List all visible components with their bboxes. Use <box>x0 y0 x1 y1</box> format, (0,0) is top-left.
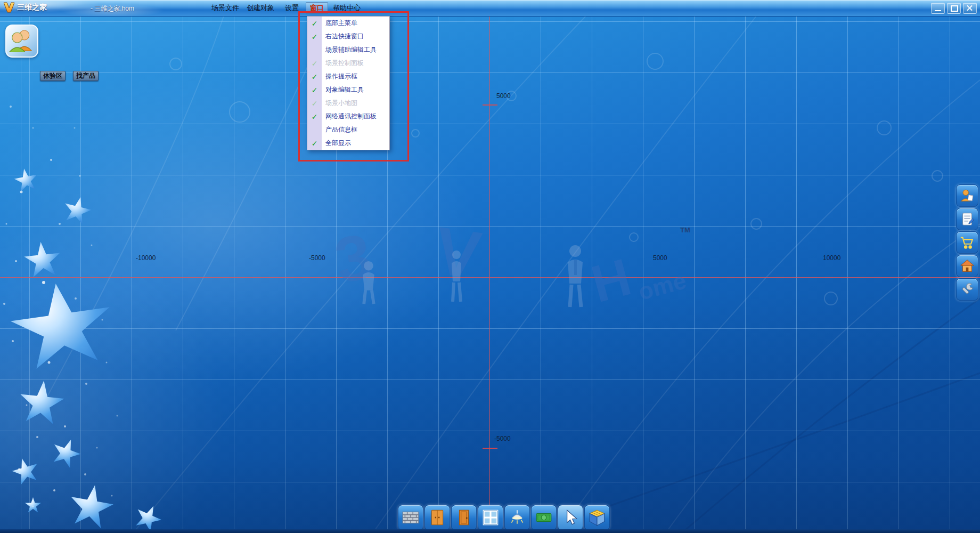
axis-tick <box>483 448 497 449</box>
customer-icon <box>959 188 975 204</box>
checkmark-icon: ✓ <box>307 33 322 41</box>
watermark-ome: ome <box>635 267 689 305</box>
title-bar: 三维之家 - 三维之家.hom 场景文件 创建对象 设置 窗口 帮助中心 <box>0 0 980 17</box>
minimize-button[interactable] <box>931 3 945 14</box>
menu-item-label: 场景控制面板 <box>322 59 364 68</box>
window-menu-item[interactable]: ✓ 对象编辑工具 <box>307 83 389 96</box>
checkmark-icon: ✓ <box>307 72 322 81</box>
app-window: -10000 -5000 5000 10000 5000 -5000 3 V H… <box>0 0 980 533</box>
x-axis-label: -5000 <box>309 254 325 262</box>
home-button[interactable] <box>956 255 978 277</box>
door-icon <box>455 508 473 527</box>
3d-cube-icon <box>588 508 606 527</box>
money-icon <box>535 508 553 527</box>
app-title: 三维之家 <box>17 3 47 12</box>
cursor-icon <box>561 508 579 527</box>
window-tool-button[interactable] <box>478 505 503 530</box>
decorative-star <box>64 480 118 533</box>
background-shade <box>0 0 980 533</box>
window-menu-item[interactable]: 场景辅助编辑工具 <box>307 43 389 56</box>
x-axis-line <box>0 277 980 278</box>
window-icon <box>481 508 500 527</box>
x-axis-label: 5000 <box>653 254 667 262</box>
checkmark-icon: ✓ <box>307 19 322 28</box>
x-axis-label: -10000 <box>136 254 156 262</box>
menu-help-center[interactable]: 帮助中心 <box>330 3 363 13</box>
menu-item-label: 场景辅助编辑工具 <box>322 45 377 54</box>
watermark-figure <box>358 260 379 307</box>
customer-button[interactable] <box>956 184 978 207</box>
window-menu-item[interactable]: ✓ 网络通讯控制面板 <box>307 110 389 123</box>
menu-scene-file[interactable]: 场景文件 <box>209 3 242 13</box>
menu-create-object[interactable]: 创建对象 <box>244 3 277 13</box>
app-logo-icon <box>3 2 15 13</box>
menu-item-label: 底部主菜单 <box>322 19 357 28</box>
document-button[interactable] <box>956 208 978 230</box>
decorative-star <box>21 239 63 281</box>
money-tool-button[interactable] <box>531 505 557 530</box>
document-icon <box>959 211 975 227</box>
menu-item-label: 对象编辑工具 <box>322 85 364 94</box>
decorative-star <box>12 166 40 194</box>
watermark-figure <box>562 244 588 309</box>
x-axis-label: 10000 <box>823 254 840 262</box>
tab-find-product[interactable]: 找产品 <box>73 71 99 81</box>
window-menu-item[interactable]: ✓ 底部主菜单 <box>307 17 389 30</box>
y-axis-label: 5000 <box>496 92 511 100</box>
wall-tool-button[interactable] <box>398 505 423 530</box>
window-dropdown-menu: ✓ 底部主菜单 ✓ 右边快捷窗口 场景辅助编辑工具 ✓ 场景控制面板 ✓ 操作提… <box>307 16 390 150</box>
cabinet-tool-button[interactable] <box>424 505 450 530</box>
watermark-h: H <box>585 247 638 314</box>
y-axis-label: -5000 <box>494 435 511 442</box>
checkmark-icon: ✓ <box>307 139 322 148</box>
checkmark-icon: ✓ <box>307 99 322 108</box>
tab-experience-zone[interactable]: 体验区 <box>40 71 66 81</box>
cart-icon <box>959 235 975 251</box>
decorative-star <box>16 377 68 429</box>
file-title: - 三维之家.hom <box>91 4 134 13</box>
scene-grid <box>0 16 980 533</box>
users-icon <box>6 26 35 54</box>
pointer-tool-button[interactable] <box>558 505 583 530</box>
menu-item-label: 场景小地图 <box>322 99 357 108</box>
cube-tool-button[interactable] <box>584 505 610 530</box>
window-menu-item: ✓ 场景控制面板 <box>307 56 389 70</box>
wrench-icon <box>959 281 975 297</box>
menu-item-label: 产品信息框 <box>322 125 357 134</box>
window-menu-item[interactable]: ✓ 右边快捷窗口 <box>307 30 389 43</box>
decorative-star <box>24 497 42 514</box>
watermark-v: V <box>430 212 485 294</box>
background-swooshes <box>0 0 980 533</box>
watermark-tm: TM <box>680 226 690 234</box>
window-menu-item[interactable]: ✓ 操作提示框 <box>307 70 389 83</box>
menu-item-label: 操作提示框 <box>322 72 357 81</box>
window-menu-item[interactable]: ✓ 全部显示 <box>307 136 389 150</box>
ceiling-light-icon <box>508 508 526 527</box>
decorative-star <box>47 434 85 472</box>
menu-settings[interactable]: 设置 <box>281 3 303 13</box>
home-icon <box>959 258 975 274</box>
menu-window[interactable]: 窗口 <box>306 2 328 14</box>
close-button[interactable] <box>963 3 977 14</box>
decorative-star <box>60 193 94 228</box>
tools-button[interactable] <box>956 278 978 301</box>
checkmark-icon: ✓ <box>307 112 322 121</box>
bottom-window-border <box>0 529 980 533</box>
door-tool-button[interactable] <box>451 505 477 530</box>
cart-button[interactable] <box>956 231 978 254</box>
axis-tick <box>483 104 497 106</box>
maximize-button[interactable] <box>947 3 961 14</box>
menu-item-label: 网络通讯控制面板 <box>322 112 377 121</box>
decorative-star <box>9 454 43 488</box>
menu-item-label: 右边快捷窗口 <box>322 32 364 41</box>
cabinet-icon <box>428 508 446 527</box>
menu-item-label: 全部显示 <box>322 139 351 148</box>
window-menu-item[interactable]: 产品信息框 <box>307 123 389 136</box>
checkmark-icon: ✓ <box>307 86 322 94</box>
light-tool-button[interactable] <box>504 505 530 530</box>
checkmark-icon: ✓ <box>307 59 322 68</box>
user-avatar-button[interactable] <box>5 25 38 58</box>
wall-icon <box>402 508 420 527</box>
y-axis-line <box>489 16 490 533</box>
window-menu-item: ✓ 场景小地图 <box>307 96 389 110</box>
